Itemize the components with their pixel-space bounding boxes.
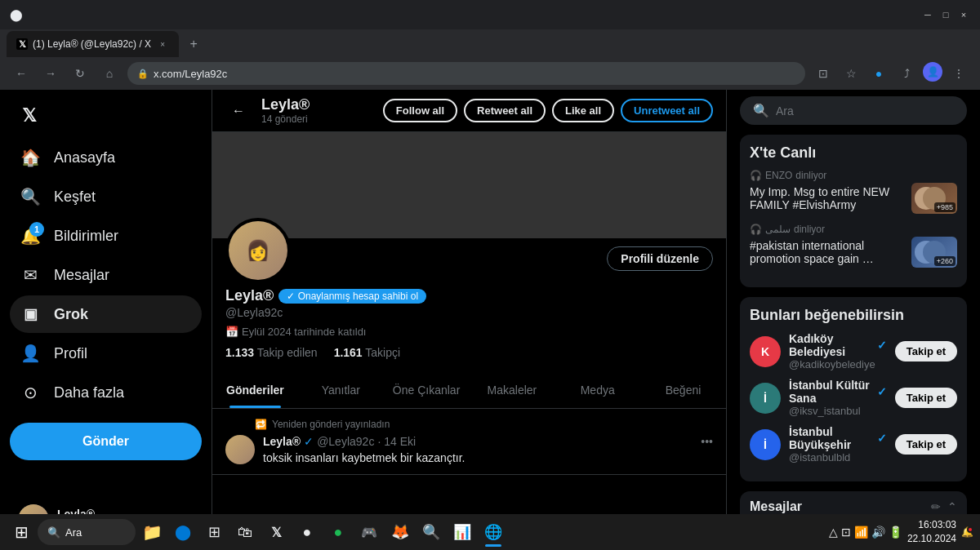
like-all-btn[interactable]: Like all bbox=[552, 99, 614, 122]
tab-posts[interactable]: Gönderiler bbox=[212, 372, 298, 408]
taskbar-keyboard-icon[interactable]: ⊡ bbox=[841, 526, 851, 539]
profile-icon[interactable]: 👤 bbox=[923, 62, 942, 82]
retweet-label-text: Yeniden gönderi yayınladın bbox=[272, 419, 390, 430]
suggest-name-text-istanbul: İstanbul Büyükşehir bbox=[789, 425, 874, 451]
address-bar: ← → ↻ ⌂ 🔒 x.com/Leyla92c ⊡ ☆ ● ⤴ 👤 ⋮ bbox=[0, 59, 980, 88]
tweet-more-btn[interactable]: ••• bbox=[701, 435, 713, 448]
taskbar-notification-area[interactable]: 🔔 bbox=[961, 526, 973, 538]
sidebar-item-home[interactable]: 🏠 Anasayfa bbox=[10, 139, 202, 176]
tab-close-btn[interactable]: × bbox=[156, 38, 169, 51]
live-item-1[interactable]: 🎧 ENZO dinliyor My Imp. Msg to entire NE… bbox=[750, 170, 957, 214]
cast-icon[interactable]: ⊡ bbox=[812, 62, 835, 85]
sidebar-item-messages[interactable]: ✉ Mesajlar bbox=[10, 256, 202, 294]
taskbar-apps-icon[interactable]: ⊞ bbox=[199, 517, 229, 547]
main-content: ← Leyla® 14 gönderi Follow all Retweet a… bbox=[212, 90, 727, 550]
profile-avatar-large: 👩 bbox=[225, 218, 291, 283]
sidebar-logo[interactable]: 𝕏 bbox=[10, 96, 49, 135]
retweet-all-btn[interactable]: Retweet all bbox=[464, 99, 546, 122]
back-nav-btn[interactable]: ← bbox=[10, 62, 33, 85]
tweet-content: Leyla® ✓ @Leyla92c · 14 Eki ••• toksik i… bbox=[263, 435, 713, 464]
messages-compose-icon[interactable]: ✏ bbox=[931, 500, 941, 513]
follow-btn-kadikoy[interactable]: Takip et bbox=[895, 341, 957, 361]
forward-nav-btn[interactable]: → bbox=[39, 62, 62, 85]
taskbar-active-browser[interactable]: 🌐 bbox=[479, 517, 508, 547]
edit-profile-btn[interactable]: Profili düzenle bbox=[607, 246, 713, 271]
taskbar-search2-icon[interactable]: 🔍 bbox=[416, 517, 446, 547]
taskbar-browser-icon[interactable]: 🌐 bbox=[479, 517, 508, 547]
active-tab[interactable]: 𝕏 (1) Leyla® (@Leyla92c) / X × bbox=[7, 31, 179, 57]
taskbar-game-icon[interactable]: 🎮 bbox=[354, 517, 384, 547]
live-section: X'te Canlı 🎧 ENZO dinliyor My Imp. Msg t… bbox=[740, 135, 967, 287]
messages-widget-title: Mesajlar bbox=[750, 499, 802, 514]
sidebar-item-more[interactable]: ⊙ Daha fazla bbox=[10, 374, 202, 411]
taskbar-files-icon[interactable]: 📁 bbox=[137, 517, 167, 547]
taskbar-wifi-icon[interactable]: 📶 bbox=[854, 526, 868, 539]
address-input[interactable]: 🔒 x.com/Leyla92c bbox=[127, 62, 805, 85]
taskbar-x-icon[interactable]: 𝕏 bbox=[261, 517, 291, 547]
notification-badge: 1 bbox=[29, 222, 44, 237]
menu-icon[interactable]: ⋮ bbox=[947, 62, 970, 85]
search-icon: 🔍 bbox=[753, 103, 769, 118]
follow-btn-iksv[interactable]: Takip et bbox=[895, 388, 957, 408]
minimize-btn[interactable]: ─ bbox=[921, 8, 934, 21]
taskbar-spotify-icon[interactable]: ● bbox=[323, 517, 353, 547]
live-author-icon-2: 🎧 bbox=[750, 224, 762, 235]
suggestions-section: Bunları beğenebilirsin K Kadıköy Belediy… bbox=[740, 297, 967, 481]
verified-badge-btn[interactable]: ✓ Onaylanmış hesap sahibi ol bbox=[278, 289, 426, 304]
back-button[interactable]: ← bbox=[225, 98, 252, 124]
taskbar-edge-icon[interactable]: ⬤ bbox=[168, 517, 198, 547]
following-stat[interactable]: 1.133 Takip edilen bbox=[225, 346, 318, 359]
taskbar-finance-icon[interactable]: 📊 bbox=[448, 517, 477, 547]
suggest-handle-istanbul: @istanbulbld bbox=[789, 451, 887, 464]
suggest-name-text-kadikoy: Kadıköy Belediyesi bbox=[789, 332, 874, 358]
follow-all-btn[interactable]: Follow all bbox=[383, 99, 457, 122]
retweet-label: 🔁 Yeniden gönderi yayınladın bbox=[255, 419, 713, 430]
sidebar-item-notifications[interactable]: 🔔 Bildirimler 1 bbox=[10, 217, 202, 255]
refresh-nav-btn[interactable]: ↻ bbox=[69, 62, 91, 85]
suggest-name-text-iksv: İstanbul Kültür Sana bbox=[789, 379, 874, 405]
sidebar-label-more: Daha fazla bbox=[54, 384, 124, 401]
home-nav-btn[interactable]: ⌂ bbox=[98, 62, 121, 85]
suggest-item-kadikoy: K Kadıköy Belediyesi ✓ @kadikoybelediye … bbox=[750, 332, 957, 370]
window-controls[interactable]: ─ □ × bbox=[921, 8, 970, 21]
tab-highlights[interactable]: Öne Çıkanlar bbox=[384, 372, 470, 408]
suggest-name-istanbul: İstanbul Büyükşehir ✓ bbox=[789, 425, 887, 451]
profile-banner: 👩 Profili düzenle bbox=[212, 132, 726, 238]
taskbar-up-arrow[interactable]: △ bbox=[829, 526, 838, 539]
live-item-2[interactable]: 🎧 سلمى dinliyor #pakistan international … bbox=[750, 224, 957, 268]
taskbar-volume-icon[interactable]: 🔊 bbox=[871, 526, 885, 539]
browser-icon[interactable]: ● bbox=[867, 62, 890, 85]
maximize-btn[interactable]: □ bbox=[939, 8, 952, 21]
star-icon[interactable]: ☆ bbox=[840, 62, 862, 85]
new-tab-btn[interactable]: + bbox=[182, 33, 205, 55]
profile-joined: 📅 Eylül 2024 tarihinde katıldı bbox=[225, 326, 713, 338]
tab-likes[interactable]: Beğeni bbox=[640, 372, 726, 408]
suggest-item-iksv: İ İstanbul Kültür Sana ✓ @iksv_istanbul … bbox=[750, 379, 957, 417]
tab-articles[interactable]: Makaleler bbox=[469, 372, 555, 408]
taskbar-search[interactable]: 🔍 Ara bbox=[38, 519, 136, 545]
follow-btn-istanbul[interactable]: Takip et bbox=[895, 434, 957, 455]
tab-replies[interactable]: Yanıtlar bbox=[298, 372, 384, 408]
close-btn[interactable]: × bbox=[957, 8, 970, 21]
sidebar-item-explore[interactable]: 🔍 Keşfet bbox=[10, 178, 202, 215]
profile-header-bar: ← Leyla® 14 gönderi Follow all Retweet a… bbox=[212, 90, 726, 132]
share-icon[interactable]: ⤴ bbox=[895, 62, 918, 85]
joined-text: Eylül 2024 tarihinde katıldı bbox=[242, 326, 366, 338]
messages-expand-icon[interactable]: ⌃ bbox=[947, 500, 957, 513]
taskbar-right: △ ⊡ 📶 🔊 🔋 16:03:03 22.10.2024 🔔 bbox=[829, 518, 973, 546]
post-button[interactable]: Gönder bbox=[10, 423, 202, 460]
search-box[interactable]: 🔍 Ara bbox=[740, 96, 967, 125]
explore-icon: 🔍 bbox=[20, 186, 41, 207]
taskbar-store-icon[interactable]: 🛍 bbox=[230, 517, 260, 547]
sidebar-item-grok[interactable]: ▣ Grok bbox=[10, 295, 202, 333]
taskbar-firefox-icon[interactable]: 🦊 bbox=[385, 517, 415, 547]
start-btn[interactable]: ⊞ bbox=[7, 517, 36, 547]
profile-handle-text: @Leyla92c bbox=[225, 306, 713, 319]
followers-stat[interactable]: 1.161 Takipçi bbox=[334, 346, 400, 359]
tab-media[interactable]: Medya bbox=[555, 372, 640, 408]
sidebar-item-profile[interactable]: 👤 Profil bbox=[10, 335, 202, 372]
taskbar-chrome-icon[interactable]: ● bbox=[292, 517, 322, 547]
tweet-avatar bbox=[225, 435, 255, 464]
kadikoy-verified-icon: ✓ bbox=[877, 339, 887, 352]
unretweet-all-btn[interactable]: Unretweet all bbox=[621, 99, 713, 122]
